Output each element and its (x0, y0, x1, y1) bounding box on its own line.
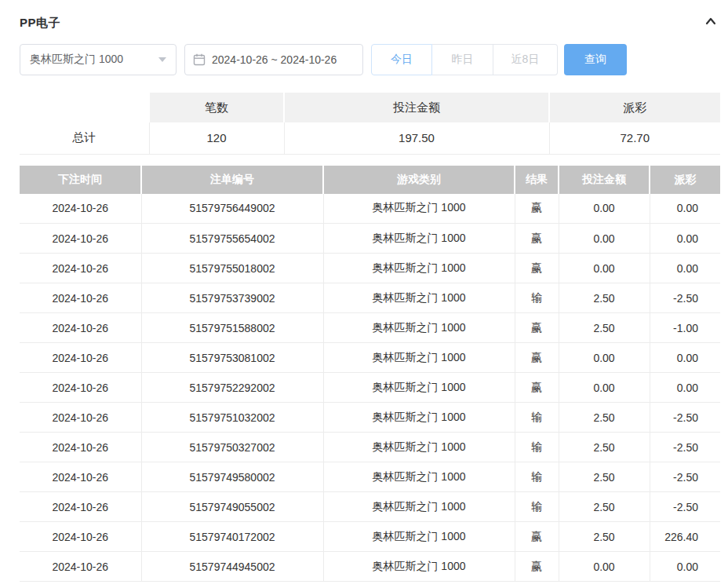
collapse-button[interactable] (701, 13, 720, 32)
date-range-picker[interactable]: 2024-10-26 ~ 2024-10-26 (184, 44, 363, 75)
table-row: 2024-10-26 51579755018002 奥林匹斯之门 1000 赢 … (20, 254, 720, 283)
cell-payout: 0.00 (650, 373, 720, 403)
cell-game-category: 奥林匹斯之门 1000 (323, 224, 515, 254)
table-row: 2024-10-26 51579749055002 奥林匹斯之门 1000 输 … (20, 492, 720, 522)
cell-bet-time: 2024-10-26 (20, 462, 141, 492)
summary-total-row: 总计 120 197.50 72.70 (20, 122, 720, 154)
cell-result: 赢 (515, 343, 559, 373)
cell-game-category: 奥林匹斯之门 1000 (323, 313, 515, 343)
summary-header-blank (20, 93, 149, 122)
table-row: 2024-10-26 51579755654002 奥林匹斯之门 1000 赢 … (20, 224, 720, 254)
cell-bet-time: 2024-10-26 (20, 194, 141, 224)
cell-bet-amount: 2.50 (559, 462, 650, 492)
cell-result: 赢 (515, 373, 559, 403)
summary-total-label: 总计 (20, 122, 149, 154)
table-row: 2024-10-26 51579744945002 奥林匹斯之门 1000 赢 … (20, 552, 720, 582)
cell-payout: -2.50 (650, 433, 720, 462)
game-select[interactable]: 奥林匹斯之门 1000 (20, 44, 177, 75)
cell-result: 赢 (515, 552, 559, 582)
col-header-result: 结果 (515, 166, 559, 194)
table-row: 2024-10-26 51579753081002 奥林匹斯之门 1000 赢 … (20, 343, 720, 373)
panel-header: PP电子 (20, 13, 720, 33)
col-header-game-category: 游戏类别 (323, 166, 515, 194)
cell-game-category: 奥林匹斯之门 1000 (323, 254, 515, 283)
table-row: 2024-10-26 51579752292002 奥林匹斯之门 1000 赢 … (20, 373, 720, 403)
cell-bet-time: 2024-10-26 (20, 343, 141, 373)
cell-bet-amount: 0.00 (559, 224, 650, 254)
cell-bet-amount: 0.00 (559, 373, 650, 403)
filter-bar: 奥林匹斯之门 1000 2024-10-26 ~ 2024-10-26 今日 昨… (20, 44, 720, 75)
cell-game-category: 奥林匹斯之门 1000 (323, 552, 515, 582)
cell-result: 输 (515, 462, 559, 492)
summary-header-count: 笔数 (149, 93, 284, 122)
cell-payout: 0.00 (650, 254, 720, 283)
cell-bet-id: 51579750327002 (141, 433, 323, 462)
cell-bet-id: 51579756449002 (141, 194, 323, 224)
cell-bet-id: 51579740172002 (141, 522, 323, 552)
cell-bet-time: 2024-10-26 (20, 224, 141, 254)
cell-game-category: 奥林匹斯之门 1000 (323, 373, 515, 403)
cell-payout: 0.00 (650, 194, 720, 224)
cell-payout: -2.50 (650, 403, 720, 433)
cell-result: 输 (515, 403, 559, 433)
summary-header-row: 笔数 投注金额 派彩 (20, 93, 720, 122)
cell-bet-amount: 2.50 (559, 492, 650, 522)
cell-result: 赢 (515, 224, 559, 254)
cell-bet-id: 51579755018002 (141, 254, 323, 283)
cell-bet-amount: 0.00 (559, 343, 650, 373)
cell-game-category: 奥林匹斯之门 1000 (323, 462, 515, 492)
summary-header-payout: 派彩 (549, 93, 720, 122)
col-header-payout: 派彩 (650, 166, 720, 194)
cell-bet-id: 51579753739002 (141, 283, 323, 313)
cell-bet-id: 51579755654002 (141, 224, 323, 254)
cell-result: 赢 (515, 313, 559, 343)
search-button[interactable]: 查询 (564, 44, 627, 75)
quick-btn-today[interactable]: 今日 (371, 44, 432, 75)
cell-game-category: 奥林匹斯之门 1000 (323, 522, 515, 552)
cell-payout: -2.50 (650, 462, 720, 492)
cell-payout: 0.00 (650, 224, 720, 254)
cell-bet-amount: 2.50 (559, 522, 650, 552)
chevron-down-icon (158, 57, 166, 62)
cell-bet-amount: 0.00 (559, 254, 650, 283)
cell-bet-amount: 2.50 (559, 283, 650, 313)
cell-game-category: 奥林匹斯之门 1000 (323, 492, 515, 522)
cell-result: 赢 (515, 194, 559, 224)
cell-bet-time: 2024-10-26 (20, 492, 141, 522)
quick-btn-last8days[interactable]: 近8日 (493, 44, 558, 75)
cell-result: 赢 (515, 522, 559, 552)
cell-bet-id: 51579751032002 (141, 403, 323, 433)
col-header-bet-id: 注单编号 (141, 166, 323, 194)
table-row: 2024-10-26 51579751588002 奥林匹斯之门 1000 赢 … (20, 313, 720, 343)
cell-bet-amount: 0.00 (559, 194, 650, 224)
table-row: 2024-10-26 51579740172002 奥林匹斯之门 1000 赢 … (20, 522, 720, 552)
summary-table: 笔数 投注金额 派彩 总计 120 197.50 72.70 (20, 93, 720, 155)
cell-bet-id: 51579749580002 (141, 462, 323, 492)
table-row: 2024-10-26 51579750327002 奥林匹斯之门 1000 输 … (20, 433, 720, 462)
summary-header-bet-amount: 投注金额 (284, 93, 549, 122)
bet-table: 下注时间 注单编号 游戏类别 结果 投注金额 派彩 2024-10-26 515… (20, 166, 720, 583)
cell-bet-time: 2024-10-26 (20, 283, 141, 313)
table-row: 2024-10-26 51579753739002 奥林匹斯之门 1000 输 … (20, 283, 720, 313)
game-select-value: 奥林匹斯之门 1000 (30, 53, 123, 67)
summary-count-value: 120 (149, 122, 284, 154)
cell-bet-time: 2024-10-26 (20, 313, 141, 343)
cell-bet-id: 51579752292002 (141, 373, 323, 403)
cell-payout: 0.00 (650, 552, 720, 582)
cell-result: 输 (515, 283, 559, 313)
cell-result: 输 (515, 433, 559, 462)
cell-payout: -2.50 (650, 283, 720, 313)
cell-payout: -2.50 (650, 492, 720, 522)
quick-btn-yesterday[interactable]: 昨日 (432, 44, 493, 75)
cell-bet-id: 51579749055002 (141, 492, 323, 522)
cell-game-category: 奥林匹斯之门 1000 (323, 343, 515, 373)
cell-bet-id: 51579753081002 (141, 343, 323, 373)
cell-bet-id: 51579744945002 (141, 552, 323, 582)
cell-bet-amount: 0.00 (559, 552, 650, 582)
cell-bet-time: 2024-10-26 (20, 254, 141, 283)
cell-game-category: 奥林匹斯之门 1000 (323, 194, 515, 224)
cell-bet-time: 2024-10-26 (20, 433, 141, 462)
cell-bet-time: 2024-10-26 (20, 373, 141, 403)
cell-game-category: 奥林匹斯之门 1000 (323, 283, 515, 313)
quick-range-group: 今日 昨日 近8日 (371, 44, 558, 75)
